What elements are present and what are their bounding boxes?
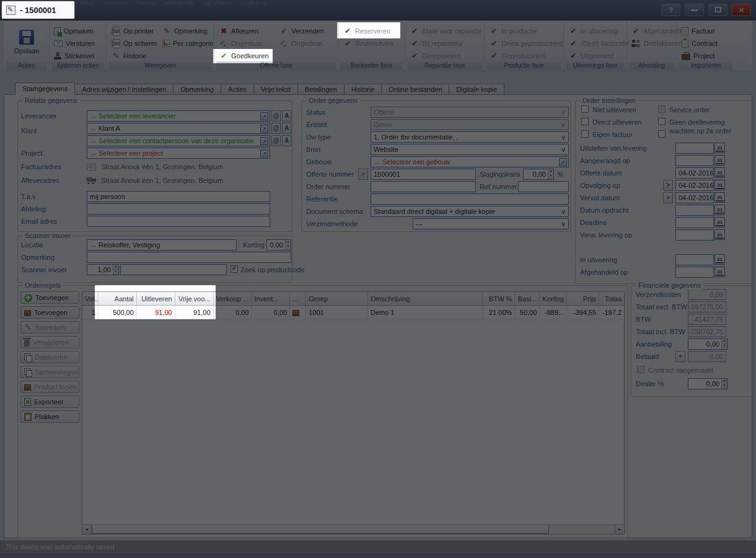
toevoegen-button[interactable]: Toevoegen <box>20 291 79 304</box>
verw-levering-date[interactable] <box>675 229 714 241</box>
bron-dropdown[interactable]: Website <box>371 144 569 155</box>
col-uitleveren[interactable]: Uitleveren <box>137 292 175 306</box>
verval-datum-date[interactable]: 04-02-2016 <box>675 192 714 203</box>
col-btw[interactable]: BTW % <box>483 292 515 306</box>
col-verkoop[interactable]: Verkoop ... <box>214 292 252 306</box>
deblokkeren-button[interactable]: Deblokkeren <box>631 38 682 49</box>
afdeling-input[interactable] <box>87 203 270 215</box>
spin-down-icon[interactable]: ▼ <box>722 344 727 349</box>
spinner-arrows[interactable]: ▲▼ <box>721 379 727 389</box>
ongedaan-button[interactable]: ✔Ongedaan <box>279 38 323 49</box>
open-popup-icon[interactable] <box>559 158 567 166</box>
document-schema-dropdown[interactable]: Standaard direct digitaal + digitale kop… <box>371 206 569 217</box>
col-volgorde[interactable]: Vol...▲ <box>82 292 99 306</box>
tab-betalingen[interactable]: Betalingen <box>298 84 345 95</box>
calendar-icon[interactable]: 31 <box>714 180 725 190</box>
email-at-button[interactable]: @ <box>271 135 281 146</box>
calendar-icon[interactable]: 31 <box>714 155 725 166</box>
locatie-selector[interactable]: Reiskoffer, Vestiging <box>87 239 237 250</box>
order-nummer-input[interactable] <box>371 181 476 192</box>
verzenden-button[interactable]: ✔Verzenden <box>279 25 324 37</box>
col-korting[interactable]: Korting <box>540 292 567 306</box>
uitgevoerd-button[interactable]: ✔Uitgevoerd <box>569 50 613 61</box>
ref-nummer-input[interactable] <box>518 181 569 192</box>
deadline-date[interactable] <box>675 217 714 228</box>
besteladvies-button[interactable]: ✔Besteladvies <box>343 38 393 49</box>
calendar-icon[interactable]: 31 <box>714 229 725 240</box>
maximize-button[interactable] <box>708 4 727 16</box>
col-vrije-voorraad[interactable]: Vrije voo... <box>175 292 214 306</box>
opvolging-expand-button[interactable]: > <box>663 180 673 191</box>
dupliceren-button[interactable]: Dupliceren <box>20 351 79 363</box>
dealer-pct-spinner[interactable]: 0,00▲▼ <box>688 378 727 389</box>
close-button[interactable]: ✕ <box>732 4 751 16</box>
stickervel-button[interactable]: Stickervel <box>54 50 94 61</box>
ongedaan-button[interactable]: ✔Ongedaan <box>219 38 263 49</box>
direct-uitleveren-checkbox[interactable] <box>581 118 589 125</box>
offerte-nummer-input[interactable]: 1500001 <box>371 169 476 180</box>
bewerken-button[interactable]: ✎Bewerken <box>20 321 79 334</box>
table-row[interactable]: 1 500,00 91,00 91,00 0,00 0,00 1001 Demo… <box>82 306 624 319</box>
geproduceerd-button[interactable]: ✔Geproduceerd <box>490 50 545 61</box>
aangevraagd-op-date[interactable] <box>675 155 714 166</box>
offerte-datum-date[interactable]: 04-02-2016 <box>675 167 714 179</box>
klant-selector[interactable]: Klant A <box>87 123 270 134</box>
col-basis[interactable]: Basi... <box>515 292 540 306</box>
col-icon[interactable]: ... <box>290 292 306 306</box>
contract-aangemaakt-checkbox[interactable] <box>637 366 644 373</box>
spinner-arrows[interactable]: ▲▼ <box>548 169 553 179</box>
contract-import-button[interactable]: Contract <box>682 38 718 49</box>
verzendmethode-dropdown[interactable]: --- <box>413 218 569 229</box>
spinner-arrows[interactable]: ▲▼ <box>285 240 291 250</box>
in-productie-button[interactable]: ✔In productie <box>490 25 537 37</box>
scanner-qty-spinner[interactable]: 1,00▲▼ <box>87 264 119 275</box>
opslaan-button[interactable]: Opslaan <box>9 25 45 60</box>
uitstellen-levering-date[interactable] <box>675 143 714 154</box>
service-order-checkbox[interactable] <box>658 105 666 113</box>
zoek-productcode-checkbox[interactable] <box>231 265 238 273</box>
tab-adres-wijzigen[interactable]: Adres wijzigen / Instellingen <box>75 84 174 95</box>
col-totaal[interactable]: Totaa <box>599 292 624 306</box>
spinner-arrows[interactable]: ▲▼ <box>113 265 118 275</box>
afgehandeld-op-date[interactable] <box>675 267 714 278</box>
product-inzien-button[interactable]: Product inzien <box>20 381 79 393</box>
plakken-button[interactable]: Plakken <box>20 410 79 423</box>
scroll-right-icon[interactable]: ► <box>615 525 624 534</box>
eigen-factuur-checkbox[interactable] <box>581 130 589 138</box>
project-import-button[interactable]: Project <box>682 50 714 61</box>
calendar-icon[interactable]: 31 <box>714 192 725 203</box>
help-button[interactable]: ? <box>661 4 680 16</box>
geen-deellevering-checkbox[interactable] <box>658 118 666 125</box>
tab-online-bestanden[interactable]: Online bestanden <box>382 84 449 95</box>
gerepareerd-button[interactable]: ✔Gerepareerd <box>410 50 460 61</box>
verval-expand-button[interactable]: > <box>663 192 673 203</box>
tab-digitale-kopie[interactable]: Digitale kopie <box>449 84 504 95</box>
verwijderen-button[interactable]: Verwijderen <box>20 336 79 348</box>
contactpersoon-selector[interactable]: Selecteer een contactpersoon van deze or… <box>87 135 270 146</box>
samenvoegen-button[interactable]: Samenvoegen <box>20 366 79 378</box>
open-popup-icon[interactable] <box>260 125 268 133</box>
col-omschrijving[interactable]: Omschrijving <box>368 292 483 306</box>
calendar-icon[interactable]: 31 <box>714 143 725 153</box>
versturen-button[interactable]: Versturen <box>54 38 95 49</box>
klaar-voor-reparatie-button[interactable]: ✔Klaar voor reparatie <box>410 25 482 37</box>
bij-reparateur-button[interactable]: ✔Bij reparateur <box>410 38 463 49</box>
referentie-input[interactable] <box>371 193 569 205</box>
tab-acties[interactable]: Acties <box>221 84 254 95</box>
afgehandeld-button[interactable]: ✔Afgehandeld <box>631 25 682 37</box>
calendar-icon[interactable]: 31 <box>714 217 725 228</box>
spin-down-icon[interactable]: ▼ <box>722 384 727 389</box>
deel-facturatie-button[interactable]: ✔(Deel) facturatie <box>569 38 629 49</box>
niet-uitleveren-checkbox[interactable] <box>581 105 589 113</box>
gebouw-selector[interactable]: Selecteer een gebouw <box>371 156 569 167</box>
open-popup-icon[interactable] <box>260 112 268 120</box>
email-at-button[interactable]: @ <box>271 123 281 134</box>
spin-down-icon[interactable]: ▼ <box>548 174 553 179</box>
factuur-import-button[interactable]: Factuur <box>682 25 714 37</box>
datum-opdracht-date[interactable] <box>675 205 714 216</box>
leverancier-selector[interactable]: Selecteer een leverancier <box>87 110 270 122</box>
betaald-plus-button[interactable]: + <box>675 351 685 362</box>
tab-stamgegevens[interactable]: Stamgegevens <box>15 82 75 95</box>
scrollbar-thumb[interactable] <box>92 525 549 534</box>
opmaken-button[interactable]: Opmaken <box>54 25 94 37</box>
